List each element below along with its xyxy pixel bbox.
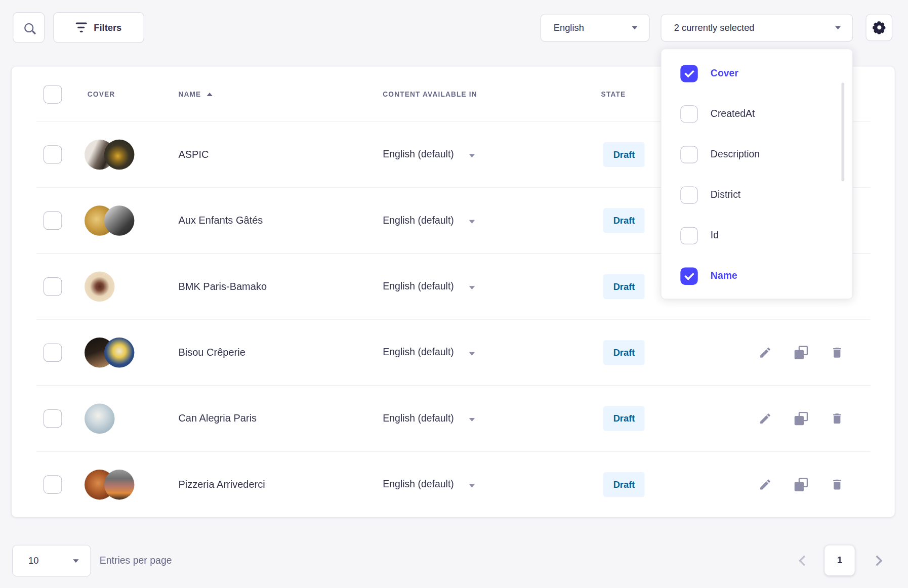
state-cell: Draft [603,340,645,365]
unchecked-checkbox-icon[interactable] [680,227,697,244]
column-option-cover[interactable]: Cover [662,53,853,94]
row-actions [759,412,844,425]
header-content-available-in: CONTENT AVAILABLE IN [383,90,477,98]
pencil-icon[interactable] [759,478,772,491]
trash-icon[interactable] [831,478,844,491]
locale-cell[interactable]: English (default) [383,149,475,160]
duplicate-icon[interactable] [795,346,808,359]
locale-value: English (default) [383,149,454,160]
chevron-down-icon [835,26,841,29]
entries-per-page-value: 10 [13,556,73,566]
status-badge: Draft [603,208,645,233]
chevron-down-icon [73,559,78,563]
locale-value: English (default) [383,215,454,226]
filter-icon [76,22,87,32]
cover-cell [85,403,114,433]
cover-avatar [104,470,134,499]
locale-value: English (default) [383,413,454,425]
dropdown-scrollbar[interactable] [841,83,844,182]
column-option-label: Name [711,270,737,282]
unchecked-checkbox-icon[interactable] [680,146,697,163]
locale-cell[interactable]: English (default) [383,413,475,425]
duplicate-icon[interactable] [795,478,808,491]
locale-select-value: English [541,23,632,33]
cover-cell [85,205,134,235]
table-row: Pizzeria ArrivederciEnglish (default)Dra… [12,451,895,517]
entries-per-page-label: Entries per page [100,545,172,577]
cover-avatar [104,338,134,367]
column-option-name[interactable]: Name [662,256,853,297]
cover-avatar [104,205,134,235]
select-all-checkbox[interactable] [44,85,62,104]
duplicate-icon[interactable] [795,412,808,425]
column-option-district[interactable]: District [662,175,853,216]
chevron-down-icon [469,352,475,355]
locale-select[interactable]: English [540,14,649,41]
pencil-icon[interactable] [759,346,772,359]
header-state: STATE [601,90,626,98]
search-icon [24,23,33,32]
row-actions [759,478,844,491]
chevron-down-icon [469,286,475,289]
column-option-label: CreatedAt [711,108,755,120]
status-badge: Draft [603,472,645,497]
state-cell: Draft [603,406,645,431]
column-option-label: Id [711,230,719,241]
column-settings-dropdown: CoverCreatedAtDescriptionDistrictIdName [661,49,853,299]
cover-cell [85,338,134,367]
column-option-description[interactable]: Description [662,134,853,175]
name-cell: ASPIC [178,148,209,160]
app-root: Filters English 2 currently selected COV… [0,0,908,588]
entries-per-page-select[interactable]: 10 [12,545,91,577]
chevron-right-icon[interactable] [872,556,882,566]
status-badge: Draft [603,340,645,365]
row-checkbox[interactable] [44,145,62,164]
columns-select[interactable]: 2 currently selected [661,14,853,41]
column-option-id[interactable]: Id [662,216,853,256]
trash-icon[interactable] [831,412,844,425]
row-checkbox[interactable] [44,475,62,494]
header-name[interactable]: NAME [178,90,213,98]
chevron-left-icon[interactable] [799,556,809,566]
name-cell: Aux Enfants Gâtés [178,215,263,227]
unchecked-checkbox-icon[interactable] [680,186,697,203]
chevron-down-icon [469,417,475,421]
table-row: Can Alegria ParisEnglish (default)Draft [12,386,895,451]
column-option-label: District [711,189,740,201]
filters-button[interactable]: Filters [53,12,144,43]
column-option-label: Cover [711,68,738,79]
row-checkbox[interactable] [44,343,62,362]
locale-value: English (default) [383,479,454,490]
locale-cell[interactable]: English (default) [383,347,475,358]
chevron-down-icon [469,484,475,487]
state-cell: Draft [603,274,645,299]
locale-cell[interactable]: English (default) [383,479,475,490]
checked-checkbox-icon[interactable] [680,268,697,285]
settings-button[interactable] [865,14,892,41]
status-badge: Draft [603,406,645,431]
row-actions [759,346,844,359]
status-badge: Draft [603,274,645,299]
row-checkbox[interactable] [44,212,62,230]
search-button[interactable] [13,12,45,43]
state-cell: Draft [603,208,645,233]
filters-label: Filters [94,22,121,33]
unchecked-checkbox-icon[interactable] [680,105,697,122]
trash-icon[interactable] [831,346,844,359]
cover-cell [85,140,134,170]
state-cell: Draft [603,142,645,167]
column-option-createdat[interactable]: CreatedAt [662,94,853,134]
locale-value: English (default) [383,347,454,358]
page-1-button[interactable]: 1 [824,545,854,575]
name-cell: Can Alegria Paris [178,412,257,425]
name-cell: Bisou Crêperie [178,347,245,359]
locale-cell[interactable]: English (default) [383,281,475,292]
cover-avatar [85,403,114,433]
pencil-icon[interactable] [759,412,772,425]
checked-checkbox-icon[interactable] [680,65,697,82]
name-cell: BMK Paris-Bamako [178,280,267,292]
row-checkbox[interactable] [44,409,62,428]
state-cell: Draft [603,472,645,497]
locale-cell[interactable]: English (default) [383,215,475,226]
row-checkbox[interactable] [44,277,62,296]
